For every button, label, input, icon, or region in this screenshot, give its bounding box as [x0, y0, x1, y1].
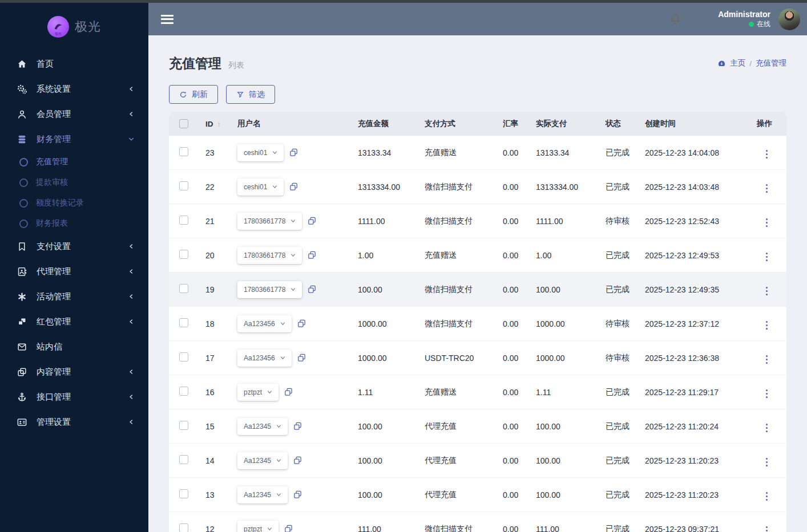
username-select[interactable]: Aa123456 — [237, 315, 292, 332]
sidebar-subitem-财务报表[interactable]: 财务报表 — [0, 213, 148, 234]
copy-icon[interactable] — [289, 182, 298, 192]
row-checkbox[interactable] — [179, 147, 188, 156]
select-all-checkbox[interactable] — [179, 119, 188, 128]
copy-icon[interactable] — [307, 285, 317, 294]
row-checkbox[interactable] — [179, 318, 188, 327]
col-id[interactable]: ID↑ — [205, 120, 237, 128]
username-select[interactable]: ceshi01 — [237, 144, 284, 161]
gears-icon — [16, 83, 27, 95]
table-row: 18 Aa123456 1000.00 微信扫描支付 0.00 1000.00 … — [169, 307, 786, 341]
username-select[interactable]: Aa12345 — [237, 452, 288, 469]
row-checkbox[interactable] — [179, 455, 188, 464]
username-select[interactable]: Aa12345 — [237, 486, 288, 503]
more-actions-icon[interactable] — [761, 456, 772, 469]
sidebar-item-活动管理[interactable]: 活动管理 — [0, 284, 148, 309]
copy-icon[interactable] — [284, 387, 293, 397]
sidebar-item-接口管理[interactable]: 接口管理 — [0, 384, 148, 409]
filter-button[interactable]: 筛选 — [226, 85, 275, 104]
refresh-button[interactable]: 刷新 — [169, 85, 218, 104]
row-rate: 0.00 — [503, 285, 536, 294]
row-amount: 1.00 — [358, 251, 425, 260]
aurora-logo-icon: 极光 — [47, 16, 69, 38]
row-id: 15 — [205, 422, 237, 431]
sidebar-item-财务管理[interactable]: 财务管理 — [0, 127, 148, 152]
username-select[interactable]: Aa12345 — [237, 418, 288, 435]
hamburger-icon[interactable] — [161, 15, 173, 24]
sidebar-subitem-充值管理[interactable]: 充值管理 — [0, 152, 148, 172]
sidebar-item-站内信[interactable]: 站内信 — [0, 334, 148, 359]
more-actions-icon[interactable] — [761, 387, 772, 400]
breadcrumb-current[interactable]: 充值管理 — [756, 58, 786, 68]
row-method: 充值赠送 — [425, 148, 503, 158]
row-rate: 0.00 — [503, 525, 536, 532]
copy-icon[interactable] — [307, 216, 317, 226]
copy-icon[interactable] — [284, 524, 293, 532]
more-actions-icon[interactable] — [761, 182, 772, 195]
row-checkbox[interactable] — [179, 250, 188, 259]
more-actions-icon[interactable] — [761, 319, 772, 332]
row-checkbox[interactable] — [179, 352, 188, 362]
sidebar-item-系统设置[interactable]: 系统设置 — [0, 76, 148, 101]
sidebar-item-管理设置[interactable]: 管理设置 — [0, 409, 148, 434]
copy-icon[interactable] — [293, 456, 302, 465]
address-book-icon — [16, 266, 27, 277]
username-select[interactable]: ceshi01 — [237, 178, 284, 196]
more-actions-icon[interactable] — [761, 524, 772, 532]
row-checkbox[interactable] — [179, 421, 188, 430]
username-select[interactable]: 17803661778 — [237, 281, 302, 298]
sidebar-item-红包管理[interactable]: 红包管理 — [0, 309, 148, 334]
more-actions-icon[interactable] — [761, 285, 772, 298]
copy-icon[interactable] — [293, 490, 302, 499]
more-actions-icon[interactable] — [761, 250, 772, 263]
col-created: 创建时间 — [645, 119, 757, 129]
copy-icon[interactable] — [307, 250, 317, 260]
username-select[interactable]: 17803661778 — [237, 247, 302, 264]
row-id: 20 — [205, 251, 237, 260]
row-method: 微信扫描支付 — [425, 319, 503, 329]
sidebar-item-首页[interactable]: 首页 — [0, 51, 148, 76]
username-select[interactable]: pztpzt — [237, 521, 279, 532]
chevron-down-icon — [290, 218, 296, 224]
brand[interactable]: 极光 极光 — [0, 0, 148, 50]
user-avatar[interactable] — [778, 9, 800, 30]
row-actual: 13133.34 — [536, 148, 606, 157]
row-checkbox[interactable] — [179, 216, 188, 225]
sidebar-subitem-提款审核[interactable]: 提款审核 — [0, 172, 148, 193]
sidebar-item-内容管理[interactable]: 内容管理 — [0, 359, 148, 384]
sidebar-subitem-额度转换记录[interactable]: 额度转换记录 — [0, 193, 148, 213]
sidebar-item-代理管理[interactable]: 代理管理 — [0, 259, 148, 284]
username-select[interactable]: pztpzt — [237, 384, 279, 401]
more-actions-icon[interactable] — [761, 353, 772, 366]
row-id: 22 — [205, 182, 237, 192]
row-checkbox[interactable] — [179, 387, 188, 396]
username-value: 17803661778 — [244, 217, 285, 225]
admin-block[interactable]: Administrator 在线 — [718, 10, 770, 29]
row-checkbox[interactable] — [179, 523, 188, 532]
topbar: Administrator 在线 — [148, 3, 807, 35]
row-checkbox[interactable] — [179, 181, 188, 190]
row-id: 17 — [205, 354, 237, 363]
home-icon — [16, 58, 27, 70]
more-actions-icon[interactable] — [761, 148, 772, 161]
row-checkbox[interactable] — [179, 284, 188, 293]
row-amount: 1.11 — [358, 388, 425, 397]
chevron-down-icon — [267, 526, 272, 531]
row-checkbox[interactable] — [179, 489, 188, 498]
copy-icon[interactable] — [297, 353, 306, 363]
sidebar-item-支付设置[interactable]: 支付设置 — [0, 234, 148, 259]
table-body: 23 ceshi01 13133.34 充值赠送 0.00 13133.34 已… — [169, 136, 786, 532]
copy-icon[interactable] — [289, 148, 298, 157]
sidebar-item-会员管理[interactable]: 会员管理 — [0, 101, 148, 127]
row-rate: 0.00 — [503, 251, 536, 260]
username-select[interactable]: 17803661778 — [237, 213, 302, 230]
breadcrumb-home[interactable]: 主页 — [730, 58, 745, 68]
bell-icon[interactable] — [669, 13, 681, 26]
copy-icon[interactable] — [297, 319, 306, 328]
more-actions-icon[interactable] — [761, 490, 772, 503]
username-value: pztpzt — [244, 525, 262, 532]
copy-icon[interactable] — [293, 421, 302, 431]
more-actions-icon[interactable] — [761, 216, 772, 229]
username-select[interactable]: Aa123456 — [237, 350, 292, 367]
sort-asc-icon[interactable]: ↑ — [217, 120, 221, 128]
more-actions-icon[interactable] — [761, 421, 772, 434]
